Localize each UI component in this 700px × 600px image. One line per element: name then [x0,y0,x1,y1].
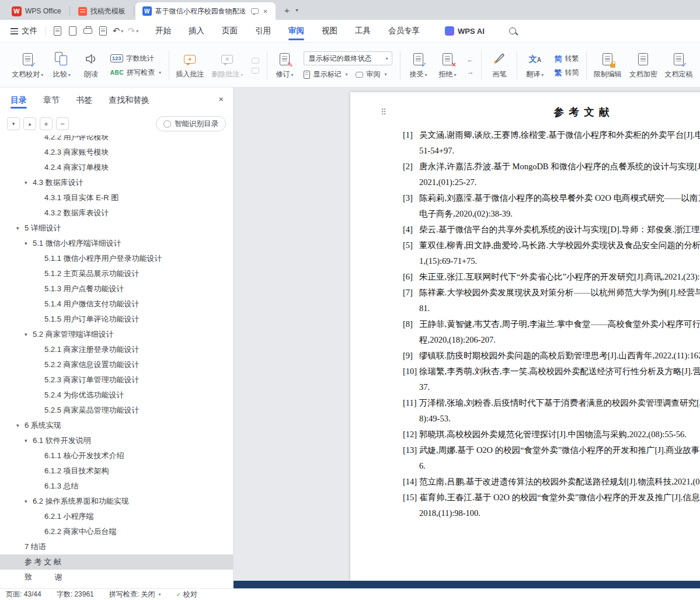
panel-tab-2[interactable]: 书签 [76,88,92,112]
panel-tab-3[interactable]: 查找和替换 [109,88,149,112]
triangle-collapse-icon[interactable]: ▾ [16,225,25,231]
collapse-outline-button[interactable]: ▾ [7,117,20,130]
to-traditional-button[interactable]: 简 转繁 [554,54,579,64]
translate-button[interactable]: 文A 翻译▾ [520,46,549,85]
outline-item[interactable]: ▾6.1 软件开发说明 [0,433,233,448]
triangle-collapse-icon[interactable]: ▾ [25,240,33,246]
outline-item[interactable]: 5.1.3 用户点餐功能设计 [0,281,233,296]
outline-item[interactable]: 7 结语 [0,539,233,554]
outline-item[interactable]: 6.1.2 项目技术架构 [0,463,233,479]
expand-outline-button[interactable]: ▴ [23,117,36,130]
menu-tab-7[interactable]: 会员专享 [379,20,429,42]
insert-comment-button[interactable]: 插入批注 [172,46,208,85]
outline-item[interactable]: 5.2.2 商家信息设置功能设计 [0,357,233,372]
outline-item[interactable]: 5.2.3 商家订单管理功能设计 [0,372,233,388]
close-tab-icon[interactable]: × [262,7,269,16]
horizontal-scrollbar[interactable] [234,581,700,588]
read-aloud-button[interactable]: 朗读 [76,46,106,85]
outline-item[interactable]: ▾4.3 数据库设计 [0,175,233,190]
outline-item[interactable]: 6.2.2 商家中心后台端 [0,524,233,539]
doc-proofread-button[interactable]: ✓ 文档校对▾ [8,46,47,85]
wps-ai-button[interactable]: WPS AI [445,26,485,36]
tab-template-doc[interactable]: 找稿壳模板 [71,2,133,20]
document-canvas[interactable]: ⠿ 参 考 文 献 [1]吴文涵,谢雨卿,谈欣,王赛博,徐楷雯.基于微信小程序和… [234,88,700,588]
spell-check-button[interactable]: ABC 拼写检查▾ [110,68,161,78]
triangle-collapse-icon[interactable]: ▾ [25,498,33,504]
spell-check-indicator[interactable]: 拼写检查: 关闭▾ [109,589,161,599]
outline-item[interactable]: 5.1.2 主页菜品展示功能设计 [0,266,233,281]
triangle-collapse-icon[interactable]: ▾ [25,332,33,337]
outline-item[interactable]: 5.2.5 商家菜品管理功能设计 [0,403,233,418]
next-change-icon[interactable]: → [466,68,473,76]
outline-item[interactable]: 6.1.1 核心开发技术介绍 [0,448,233,463]
menu-tab-5[interactable]: 视图 [313,20,346,42]
paragraph-drag-handle-icon[interactable]: ⠿ [381,107,386,117]
markup-state-select[interactable]: 显示标记的最终状态▾ [304,51,392,65]
proofread-indicator[interactable]: ✓校对 [176,589,197,599]
encrypt-document-button[interactable]: 文档加密 [625,46,661,85]
smart-toc-button[interactable]: 智能识别目录 [156,116,226,131]
panel-tab-0[interactable]: 目录 [11,88,27,112]
outline-item[interactable]: 4.2.3 商家账号模块 [0,145,233,160]
menu-tab-1[interactable]: 插入 [180,20,213,42]
menu-tab-2[interactable]: 页面 [213,20,246,42]
outline-item[interactable]: 5.1.5 用户订单评论功能设计 [0,312,233,327]
menu-tab-0[interactable]: 开始 [147,20,180,42]
outline-item[interactable]: 4.2.4 商家订单模块 [0,160,233,175]
new-tab-button[interactable]: + [279,2,294,18]
compare-button[interactable]: 比较▾ [47,46,76,85]
outline-item[interactable]: 5.1.4 用户微信支付功能设计 [0,296,233,312]
previous-change-icon[interactable]: ← [466,55,473,64]
export-button[interactable] [65,24,79,38]
outline-item[interactable]: 6.2.1 小程序端 [0,509,233,524]
document-page[interactable]: ⠿ 参 考 文 献 [1]吴文涵,谢雨卿,谈欣,王赛博,徐楷雯.基于微信小程序和… [350,92,700,581]
outline-item[interactable]: 5.2.4 为你优选功能设计 [0,388,233,403]
menu-tab-4[interactable]: 审阅 [280,20,313,42]
panel-tab-1[interactable]: 章节 [43,88,60,112]
accept-revision-button[interactable]: ✓ 接受▾ [403,46,433,85]
reject-revision-button[interactable]: × 拒绝▾ [433,46,462,85]
triangle-collapse-icon[interactable]: ▾ [25,180,33,186]
chevron-down-icon[interactable]: ▾ [136,29,138,34]
word-count-button[interactable]: 123 字数统计 [110,54,161,64]
tab-document[interactable]: W 基于微信小程序校园食物配送 × [135,2,276,20]
pen-button[interactable]: 画笔 [485,46,514,85]
outline-item[interactable]: ▾5.1 微信小程序端详细设计 [0,236,233,251]
file-menu-button[interactable]: 文件 [6,26,42,36]
page-indicator[interactable]: 页面: 43/44 [6,589,41,599]
finalize-document-button[interactable]: ✓ 文档定稿 [661,46,696,85]
close-panel-icon[interactable]: × [218,94,224,104]
chevron-down-icon[interactable]: ▾ [121,29,123,34]
menu-tab-6[interactable]: 工具 [346,20,379,42]
outline-item[interactable]: 4.2.2 用户评论模块 [0,135,233,145]
outline-item[interactable]: ▾6 系统实现 [0,418,233,433]
outline-item[interactable]: ▾5.2 商家管理端详细设计 [0,327,233,342]
tab-list-chevron-icon[interactable]: ▾ [295,8,298,13]
zoom-in-outline-button[interactable]: + [40,117,53,130]
print-button[interactable] [81,24,95,38]
redo-button[interactable]: ↷▾ [126,24,140,38]
save-button[interactable] [50,24,64,38]
show-markup-button[interactable]: 显示标记▾ [304,69,347,79]
outline-item[interactable]: 5.1.1 微信小程序用户登录功能设计 [0,251,233,266]
outline-item[interactable]: ▾6.2 操作系统界面和功能实现 [0,494,233,509]
menu-tab-3[interactable]: 引用 [246,20,280,42]
triangle-collapse-icon[interactable]: ▾ [16,423,25,428]
tab-wps-home[interactable]: W WPS Office [5,2,68,20]
outline-item[interactable]: 4.3.2 数据库表设计 [0,205,233,221]
triangle-collapse-icon[interactable]: ▾ [25,438,33,444]
outline-item[interactable]: ▾5 详细设计 [0,221,233,236]
outline-item[interactable]: 致 谢 [0,570,233,585]
review-button[interactable]: 审阅▾ [356,69,386,79]
zoom-out-outline-button[interactable]: − [56,117,69,130]
restrict-editing-button[interactable]: 限制编辑 [590,46,625,85]
outline-item[interactable]: 参 考 文 献 [0,554,233,570]
print-preview-button[interactable] [96,24,110,38]
word-count-indicator[interactable]: 字数: 23961 [57,589,94,599]
outline-item[interactable]: 4.3.1 项目实体 E-R 图 [0,190,233,205]
track-changes-button[interactable]: ✎ 修订▾ [270,46,299,85]
outline-item[interactable]: 5.2.1 商家注册登录功能设计 [0,342,233,357]
undo-button[interactable]: ↶▾ [111,24,125,38]
outline-item[interactable]: 6.1.3 总结 [0,479,233,494]
to-simplified-button[interactable]: 繁 转简 [554,68,579,78]
